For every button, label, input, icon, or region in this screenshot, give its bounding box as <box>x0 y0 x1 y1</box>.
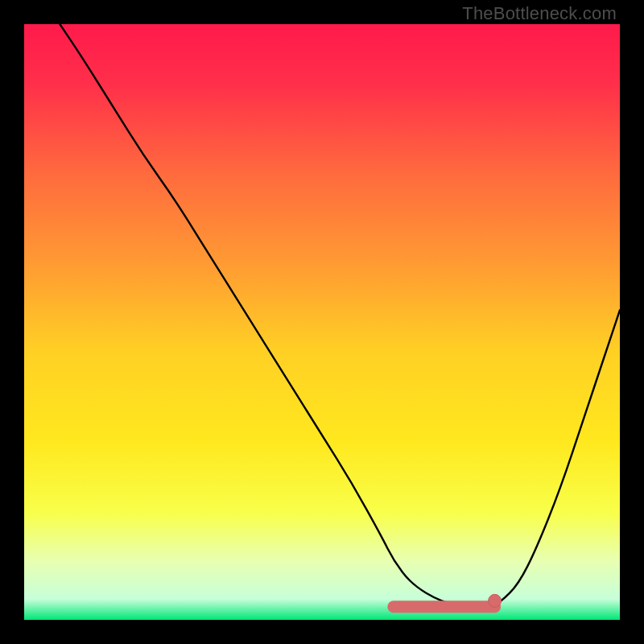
chart-frame <box>24 24 620 620</box>
chart-background <box>24 24 620 620</box>
optimal-band-end-dot <box>489 594 502 607</box>
bottleneck-chart <box>24 24 620 620</box>
watermark-text: TheBottleneck.com <box>462 3 617 24</box>
